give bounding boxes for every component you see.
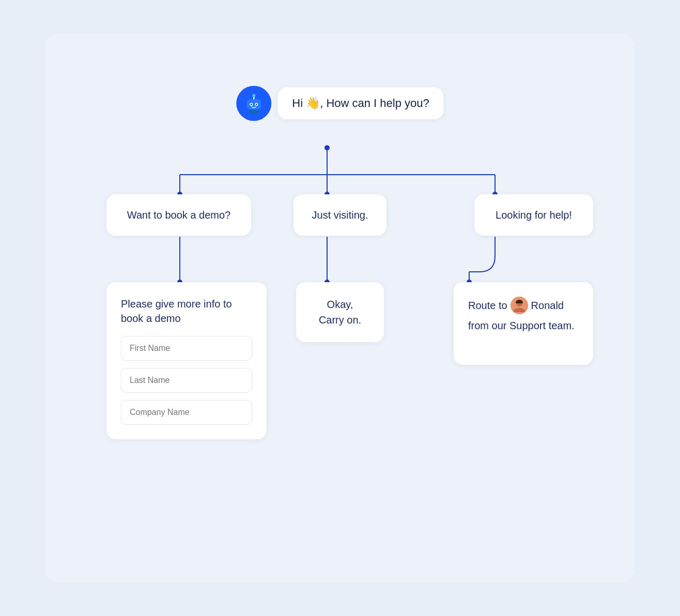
svg-point-19 [251, 104, 252, 105]
demo-form-card: Please give more info to book a demo [106, 282, 267, 439]
help-node-label: Looking for help! [496, 209, 572, 221]
root-bubble: Hi 👋, How can I help you? [277, 87, 443, 119]
agent-avatar [511, 297, 528, 314]
svg-point-22 [252, 94, 255, 97]
route-agent-text: Route to Ronald from our Support team. [468, 297, 579, 334]
demo-node-label: Want to book a demo? [127, 209, 231, 221]
visiting-node[interactable]: Just visiting. [293, 194, 387, 236]
visiting-response-card: Okay,Carry on. [296, 282, 384, 342]
first-name-input[interactable] [121, 336, 252, 361]
demo-node[interactable]: Want to book a demo? [106, 194, 251, 236]
svg-point-20 [256, 104, 257, 105]
visiting-node-label: Just visiting. [312, 209, 368, 221]
visiting-response-text: Okay,Carry on. [319, 297, 361, 328]
route-agent-card: Route to Ronald from our Support team. [454, 282, 593, 365]
company-name-input[interactable] [121, 400, 252, 425]
bot-avatar [236, 86, 271, 121]
agent-name: Ronald [531, 297, 564, 314]
svg-point-8 [324, 145, 330, 150]
root-bubble-text: Hi 👋, How can I help you? [292, 97, 429, 110]
route-text-before: Route to [468, 297, 507, 314]
route-text-after: from our Support team. [468, 317, 575, 334]
demo-form-heading: Please give more info to book a demo [121, 297, 252, 326]
help-node[interactable]: Looking for help! [474, 194, 593, 236]
last-name-input[interactable] [121, 368, 252, 393]
root-node: Hi 👋, How can I help you? [236, 86, 443, 121]
svg-rect-16 [249, 110, 259, 114]
canvas: Hi 👋, How can I help you? Want to book a… [45, 34, 635, 582]
